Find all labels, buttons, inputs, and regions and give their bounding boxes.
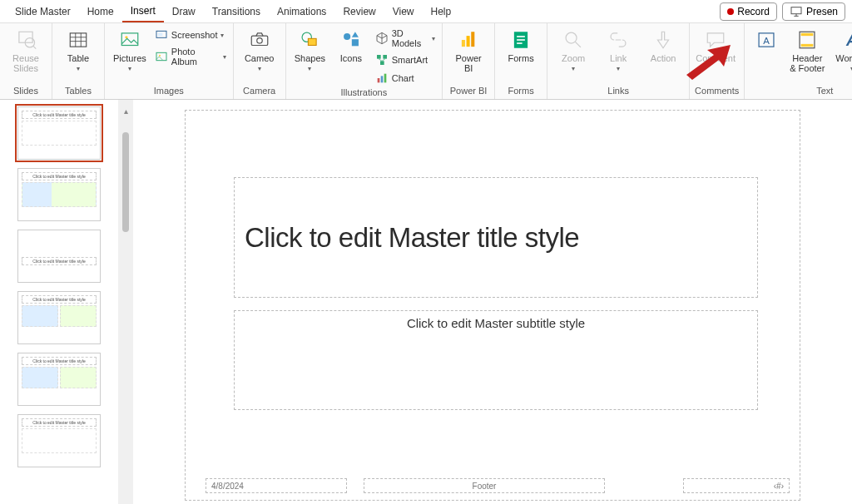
svg-rect-23 xyxy=(380,61,384,65)
slidenum-placeholder[interactable]: ‹#› xyxy=(683,478,790,493)
photo-album-icon xyxy=(155,50,168,63)
group-tables: Table ▾ Tables xyxy=(52,23,105,99)
date-placeholder[interactable]: 4/8/2024 xyxy=(206,478,347,493)
title-placeholder[interactable]: Click to edit Master title style xyxy=(234,177,758,298)
screenshot-button[interactable]: Screenshot ▾ xyxy=(153,27,228,42)
slide-thumb-4[interactable]: Click to edit Master title style xyxy=(17,291,101,344)
smartart-button[interactable]: SmartArt xyxy=(374,52,437,67)
3d-models-button[interactable]: 3D Models ▾ xyxy=(374,27,437,49)
slide-canvas[interactable]: Click to edit Master title style Click t… xyxy=(185,110,800,501)
forms-label: Forms xyxy=(508,53,534,63)
group-illustrations: Shapes ▾ Icons 3D Models ▾ SmartArt xyxy=(286,23,443,99)
comment-label: Comment xyxy=(696,53,736,63)
shapes-button[interactable]: Shapes ▾ xyxy=(291,26,329,75)
date-text: 4/8/2024 xyxy=(211,482,244,491)
svg-line-25 xyxy=(382,59,385,62)
tab-view[interactable]: View xyxy=(384,2,423,22)
icons-icon xyxy=(338,28,364,52)
group-camera-label: Camera xyxy=(239,84,280,97)
pictures-button[interactable]: Pictures ▾ xyxy=(110,26,150,75)
svg-line-3 xyxy=(33,46,36,48)
reuse-slides-button: Reuse Slides xyxy=(5,26,47,76)
slide-thumb-5[interactable]: Click to edit Master title style xyxy=(17,353,101,406)
slide-thumb-3[interactable]: Click to edit Master title style xyxy=(17,230,101,283)
slide-thumb-2[interactable]: Click to edit Master title style xyxy=(17,168,101,221)
svg-rect-35 xyxy=(517,42,523,44)
scroll-up-icon[interactable]: ▴ xyxy=(124,106,128,116)
textbox-button[interactable]: A xyxy=(750,26,783,54)
wordart-button[interactable]: A WordArt ▾ xyxy=(831,26,852,75)
tab-insert[interactable]: Insert xyxy=(122,1,164,22)
tab-slide-master[interactable]: Slide Master xyxy=(7,2,79,22)
slide-editor[interactable]: Click to edit Master title style Click t… xyxy=(133,100,852,504)
svg-rect-28 xyxy=(384,74,386,83)
svg-rect-30 xyxy=(467,36,470,47)
svg-rect-34 xyxy=(517,39,525,41)
3d-models-label: 3D Models xyxy=(392,28,428,48)
subtitle-placeholder[interactable]: Click to edit Master subtitle style xyxy=(234,310,758,410)
scrollbar-thumb[interactable] xyxy=(122,132,129,232)
svg-rect-0 xyxy=(791,7,801,13)
tab-animations[interactable]: Animations xyxy=(269,2,334,22)
header-footer-button[interactable]: Header & Footer xyxy=(786,26,828,76)
svg-rect-41 xyxy=(801,33,814,36)
icons-button[interactable]: Icons xyxy=(332,26,370,66)
chevron-down-icon: ▾ xyxy=(258,65,261,72)
cameo-label: Cameo xyxy=(245,53,274,63)
footer-placeholder[interactable]: Footer xyxy=(364,478,605,493)
textbox-icon: A xyxy=(753,28,780,52)
chevron-down-icon: ▾ xyxy=(220,32,224,39)
screenshot-icon xyxy=(155,28,168,42)
shapes-icon xyxy=(296,28,323,52)
thumb-title: Click to edit Master title style xyxy=(22,111,97,119)
thumbnail-pane[interactable]: Click to edit Master title style Click t… xyxy=(0,100,118,504)
group-camera: Cameo ▾ Camera xyxy=(234,23,286,99)
reuse-slides-label: Reuse Slides xyxy=(12,53,39,73)
svg-rect-9 xyxy=(121,33,138,46)
svg-point-19 xyxy=(344,33,350,40)
table-label: Table xyxy=(67,53,89,63)
table-button[interactable]: Table ▾ xyxy=(57,26,99,75)
tab-help[interactable]: Help xyxy=(423,2,460,22)
svg-line-24 xyxy=(379,59,382,62)
group-text-label: Text xyxy=(750,84,852,97)
chevron-down-icon: ▾ xyxy=(128,65,131,72)
forms-button[interactable]: Forms xyxy=(500,26,542,66)
link-button: Link ▾ xyxy=(597,26,639,75)
tab-review[interactable]: Review xyxy=(334,2,384,22)
record-button[interactable]: Record xyxy=(720,2,777,21)
thumbnail-scrollbar[interactable]: ▴ xyxy=(118,100,133,504)
powerbi-button[interactable]: Power BI xyxy=(448,26,489,76)
pictures-icon xyxy=(116,28,143,52)
svg-line-37 xyxy=(576,42,582,47)
shapes-label: Shapes xyxy=(295,53,325,63)
chevron-down-icon: ▾ xyxy=(223,53,226,61)
chevron-down-icon: ▾ xyxy=(432,35,435,42)
group-illustrations-label: Illustrations xyxy=(291,86,437,99)
thumb-title: Click to edit Master title style xyxy=(22,172,97,180)
tab-transitions[interactable]: Transitions xyxy=(204,2,269,22)
workspace: Click to edit Master title style Click t… xyxy=(0,100,852,504)
svg-rect-27 xyxy=(380,76,383,82)
present-icon xyxy=(790,5,803,18)
action-icon xyxy=(650,28,676,52)
chart-icon xyxy=(375,72,389,85)
tab-draw[interactable]: Draw xyxy=(164,2,204,22)
tab-home[interactable]: Home xyxy=(79,2,122,22)
photo-album-button[interactable]: Photo Album ▾ xyxy=(153,46,228,67)
slide-thumb-6[interactable]: Click to edit Master title style xyxy=(17,414,101,467)
group-slides-label: Slides xyxy=(5,84,47,97)
footer-text: Footer xyxy=(473,482,497,491)
svg-rect-12 xyxy=(158,32,162,36)
svg-rect-31 xyxy=(471,32,474,47)
svg-rect-42 xyxy=(801,44,814,47)
svg-text:A: A xyxy=(764,36,770,46)
cameo-button[interactable]: Cameo ▾ xyxy=(239,26,280,75)
reuse-slides-icon xyxy=(12,28,39,52)
slide-thumb-1[interactable]: Click to edit Master title style xyxy=(17,106,101,160)
record-icon xyxy=(727,8,734,15)
chart-button[interactable]: Chart xyxy=(374,71,437,86)
powerbi-label: Power BI xyxy=(456,53,482,73)
chart-label: Chart xyxy=(392,73,414,83)
present-button[interactable]: Presen xyxy=(782,2,845,21)
